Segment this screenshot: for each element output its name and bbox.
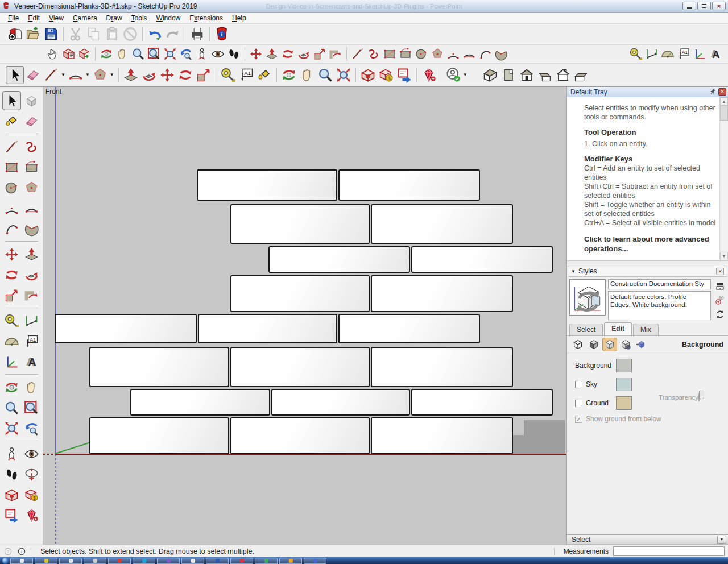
save-button[interactable] — [42, 25, 60, 43]
line-button[interactable] — [350, 46, 366, 62]
walk-button[interactable] — [2, 465, 21, 484]
help-icon[interactable]: ? — [3, 547, 13, 556]
shapes-button[interactable] — [91, 66, 109, 84]
view-right-button[interactable] — [536, 66, 554, 84]
orbit-button[interactable] — [2, 378, 21, 397]
push-pull-button[interactable] — [122, 66, 140, 84]
component-options-button[interactable] — [60, 46, 76, 62]
view-front-button[interactable] — [518, 66, 536, 84]
scale-button[interactable] — [312, 46, 328, 62]
taskbar-app[interactable] — [181, 558, 204, 564]
pie-button[interactable] — [22, 219, 41, 238]
account-dropdown-icon[interactable]: ▼ — [463, 72, 468, 77]
menu-extensions[interactable]: Extensions — [185, 13, 228, 23]
plank[interactable] — [411, 246, 553, 273]
extension-manager-button[interactable] — [22, 505, 41, 525]
line-button[interactable] — [2, 137, 21, 156]
scale-button[interactable] — [2, 285, 21, 305]
print-button[interactable] — [188, 25, 206, 43]
scroll-up-button[interactable]: ▲ — [720, 97, 728, 106]
eraser-button[interactable] — [22, 111, 41, 131]
3d-text-button[interactable]: AA — [22, 352, 41, 371]
open-button[interactable] — [24, 25, 42, 43]
pan-button[interactable] — [22, 378, 41, 397]
pie-button[interactable] — [493, 46, 509, 62]
taskbar-app[interactable] — [157, 558, 180, 564]
text-button[interactable]: A1 — [676, 46, 692, 62]
tape-measure-button[interactable] — [628, 46, 644, 62]
rotated-rectangle-button[interactable] — [398, 46, 413, 62]
modeling-settings-button[interactable] — [634, 338, 649, 351]
view-top-button[interactable] — [499, 66, 518, 84]
update-style-button[interactable] — [714, 308, 726, 321]
redo-button[interactable] — [164, 25, 182, 43]
styles-close-button[interactable]: ✕ — [716, 268, 724, 275]
model-viewport[interactable]: Front — [43, 87, 566, 545]
taskbar-app[interactable] — [10, 558, 33, 564]
move-button[interactable] — [2, 244, 21, 264]
ground-checkbox[interactable] — [575, 400, 582, 407]
protractor-button[interactable] — [2, 331, 21, 351]
rotate-button[interactable] — [280, 46, 296, 62]
select-button[interactable] — [2, 91, 21, 110]
two-point-arc-button[interactable] — [22, 198, 41, 218]
view-iso-button[interactable] — [481, 66, 499, 84]
menu-draw[interactable]: Draw — [102, 13, 127, 23]
rotated-rectangle-button[interactable] — [22, 157, 41, 177]
background-color-swatch[interactable] — [616, 359, 632, 372]
model-info-button[interactable]: i — [213, 25, 231, 43]
polygon-button[interactable] — [22, 178, 41, 197]
paint-bucket-button[interactable] — [255, 66, 274, 84]
plank[interactable] — [230, 204, 370, 244]
zoom-button[interactable] — [2, 398, 21, 417]
show-ground-checkbox[interactable]: ✓ — [575, 416, 582, 423]
plank[interactable] — [230, 347, 370, 387]
menu-window[interactable]: Window — [152, 13, 185, 23]
text-button[interactable]: A1 — [22, 331, 41, 351]
minimize-button[interactable] — [682, 2, 696, 10]
zoom-extents-button[interactable] — [162, 46, 178, 62]
sky-checkbox[interactable] — [575, 381, 582, 388]
ground-color-swatch[interactable] — [616, 396, 632, 410]
zoom-button[interactable] — [130, 46, 146, 62]
scroll-down-button[interactable]: ▼ — [720, 252, 728, 260]
circle-button[interactable] — [2, 178, 21, 197]
three-point-arc-button[interactable] — [477, 46, 493, 62]
style-name-field[interactable]: Construction Documentation Sty — [608, 279, 711, 289]
tape-measure-button[interactable] — [2, 311, 21, 330]
plank[interactable] — [268, 246, 410, 273]
extension-manager-button[interactable] — [420, 66, 438, 84]
zoom-window-button[interactable] — [22, 398, 41, 417]
taskbar-app[interactable] — [255, 558, 278, 564]
send-to-layout-button[interactable] — [2, 505, 21, 525]
zoom-extents-button[interactable] — [2, 418, 21, 438]
freehand-button[interactable] — [366, 46, 382, 62]
axes-button[interactable] — [2, 352, 21, 371]
taskbar-app[interactable] — [35, 558, 57, 564]
arc-button[interactable] — [445, 46, 461, 62]
offset-button[interactable] — [22, 285, 41, 305]
taskbar-app[interactable] — [108, 558, 131, 564]
undo-button[interactable] — [146, 25, 164, 43]
pan-button[interactable] — [114, 46, 130, 62]
menu-tools[interactable]: Tools — [127, 13, 152, 23]
section-plane-button[interactable] — [22, 465, 41, 484]
taskbar-app[interactable] — [304, 558, 326, 564]
dimension-button[interactable] — [22, 311, 41, 330]
menu-help[interactable]: Help — [228, 13, 251, 23]
eraser-button[interactable] — [24, 66, 42, 84]
3d-warehouse-button[interactable] — [359, 66, 377, 84]
follow-me-button[interactable] — [22, 265, 41, 284]
plank[interactable] — [338, 169, 480, 201]
plank[interactable] — [371, 347, 513, 387]
look-around-button[interactable] — [210, 46, 226, 62]
zoom-window-button[interactable] — [146, 46, 162, 62]
scrollbar-thumb[interactable] — [720, 106, 728, 121]
new-button[interactable] — [6, 25, 24, 43]
arcs-button[interactable] — [67, 66, 85, 84]
transparency-slider[interactable] — [698, 393, 700, 401]
panel-dropdown-button[interactable]: ▼ — [717, 536, 726, 544]
style-thumbnail[interactable] — [569, 279, 606, 316]
position-camera-button[interactable] — [194, 46, 210, 62]
orbit-button[interactable] — [280, 66, 298, 84]
